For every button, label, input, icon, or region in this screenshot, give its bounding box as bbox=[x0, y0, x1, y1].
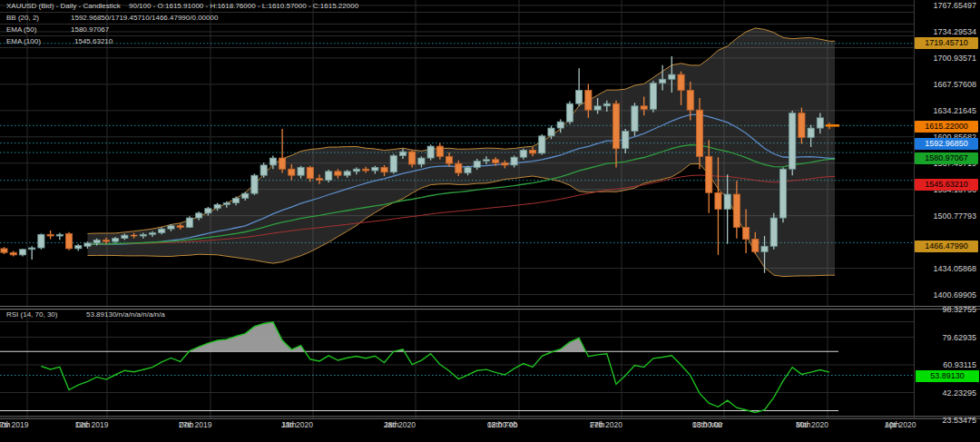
rsi-tick-label: 23.53475 bbox=[916, 416, 976, 425]
rsi-tick-label: 42.23295 bbox=[916, 388, 976, 398]
bb-indicator-values: 1592.96850/1719.45710/1466.47990/0.00000 bbox=[71, 13, 218, 23]
ema50-indicator-value: 1580.97067 bbox=[71, 25, 109, 34]
price-tick-label: 1500.77793 bbox=[916, 211, 976, 221]
rsi-indicator-name: RSI (14, 70, 30) bbox=[6, 309, 57, 319]
bb-middle-price-box: 1592.96850 bbox=[915, 138, 978, 150]
rsi-value-box: 53.89130 bbox=[915, 369, 980, 383]
chart-canvas[interactable] bbox=[0, 0, 980, 442]
rsi-overbought-fill bbox=[190, 322, 306, 351]
last-close-marker bbox=[826, 124, 839, 127]
rsi-tick-label: 98.32755 bbox=[916, 305, 976, 314]
bb-indicator-name: BB (20, 2) bbox=[6, 13, 39, 23]
ohlc-readout: 90/100 - O:1615.91000 - H:1618.76000 - L… bbox=[129, 1, 358, 11]
symbol-title: XAUUSD (Bid) - Daily - Candlestick bbox=[6, 1, 121, 11]
rsi-tick-label: 60.93115 bbox=[916, 360, 976, 369]
trading-chart-window: 1767.654971734.295341700.935711667.57608… bbox=[0, 0, 980, 442]
ema100-indicator-name: EMA (100) bbox=[6, 36, 41, 46]
rsi-line bbox=[41, 322, 829, 413]
ema100-price-box: 1545.63210 bbox=[915, 179, 978, 191]
price-tick-label: 1767.65497 bbox=[916, 1, 976, 10]
last-price-price-box: 1615.22000 bbox=[915, 121, 978, 133]
bb-lower-price-box: 1466.47990 bbox=[915, 241, 978, 252]
price-tick-label: 1634.21645 bbox=[916, 106, 976, 115]
price-tick-label: 1734.29534 bbox=[916, 27, 976, 36]
rsi-indicator-values: 53.89130/n/a/n/a/n/a/n/a bbox=[86, 309, 165, 319]
ema50-price-box: 1580.97067 bbox=[915, 152, 978, 164]
price-tick-label: 1700.93571 bbox=[916, 54, 976, 63]
bb-upper-price-box: 1719.45710 bbox=[915, 37, 978, 49]
ema50-indicator-name: EMA (50) bbox=[6, 25, 36, 34]
price-tick-label: 1667.57608 bbox=[916, 80, 976, 89]
ema100-indicator-value: 1545.63210 bbox=[74, 36, 113, 46]
rsi-tick-label: 79.62935 bbox=[916, 333, 976, 342]
rsi-plot bbox=[0, 322, 838, 413]
price-tick-label: 1434.05868 bbox=[916, 264, 976, 273]
price-tick-label: 1400.69905 bbox=[916, 290, 976, 300]
